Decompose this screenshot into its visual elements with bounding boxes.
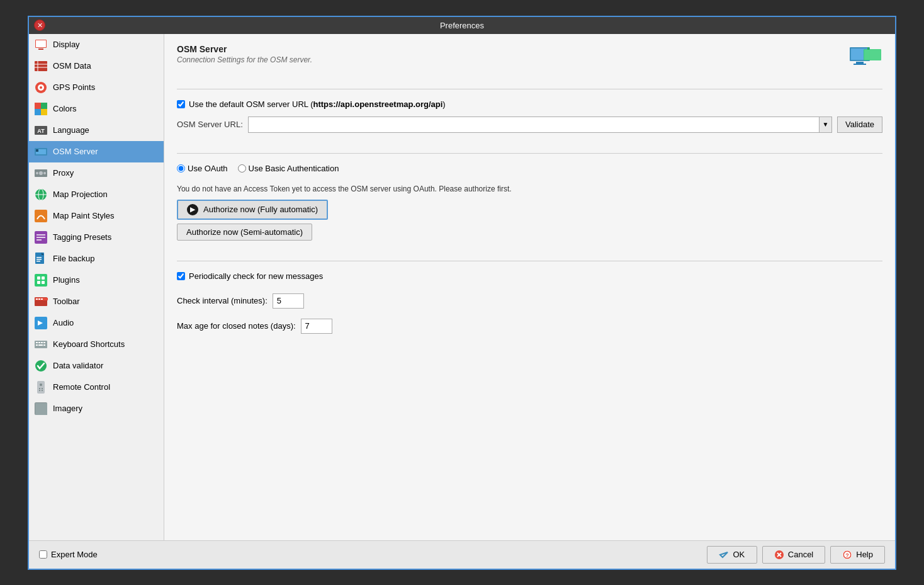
sidebar-item-proxy[interactable]: Proxy [29,162,164,184]
sidebar-item-map-projection[interactable]: Map Projection [29,184,164,205]
svg-rect-50 [38,342,40,343]
osm-server-icon [34,145,48,159]
sidebar-item-proxy-label: Proxy [53,168,74,178]
oauth-radio[interactable] [177,164,185,173]
map-projection-icon [34,188,48,202]
sidebar-item-osm-data[interactable]: OSM Data [29,55,164,77]
svg-point-9 [40,86,42,89]
sidebar-item-display[interactable]: Display [29,34,164,55]
plugins-icon [34,273,48,287]
svg-rect-49 [36,342,38,343]
remote-control-icon [34,380,48,394]
expert-mode-label: Expert Mode [51,550,98,559]
sidebar-item-language[interactable]: AT Language [29,120,164,141]
ok-button[interactable]: OK [707,546,757,564]
svg-rect-1 [38,48,43,50]
svg-rect-66 [35,409,41,415]
svg-rect-45 [41,298,43,300]
sidebar-item-file-backup[interactable]: File backup [29,248,164,270]
sidebar-item-imagery-label: Imagery [53,404,82,413]
sidebar-item-tagging-label: Tagging Presets [53,232,111,242]
panel-subtitle: Connection Settings for the OSM server. [177,55,312,64]
sidebar-item-remote-control[interactable]: Remote Control [29,377,164,398]
sidebar-item-gps-label: GPS Points [53,82,95,92]
sidebar-item-audio[interactable]: Audio [29,312,164,334]
sidebar-item-map-paint-styles[interactable]: Map Paint Styles [29,205,164,227]
auth-buttons-group: ▶ Authorize now (Fully automatic) Author… [177,200,882,241]
check-interval-input[interactable] [273,293,304,309]
svg-rect-64 [35,403,41,409]
sidebar-item-toolbar[interactable]: Toolbar [29,291,164,312]
sidebar-item-remote-label: Remote Control [53,382,110,392]
use-default-checkbox-row: Use the default OSM server URL (https://… [177,99,882,109]
use-default-checkbox[interactable] [177,100,185,108]
auth-radio-row: Use OAuth Use Basic Authentication [177,164,882,173]
svg-rect-12 [35,109,41,115]
url-dropdown-button[interactable]: ▼ [820,116,832,133]
svg-rect-61 [39,390,40,391]
osm-server-url-label: OSM Server URL: [177,120,243,129]
periodic-check-label: Periodically check for new messages [189,271,323,281]
sidebar-item-data-validator[interactable]: Data validator [29,355,164,377]
sidebar-item-keyboard-shortcuts[interactable]: Keyboard Shortcuts [29,334,164,355]
proxy-icon [34,166,48,180]
svg-marker-75 [720,552,728,557]
svg-rect-54 [38,344,43,346]
data-validator-icon [34,359,48,373]
osm-server-url-input[interactable] [248,116,820,133]
network-icon [850,44,882,71]
basic-auth-radio[interactable] [238,164,246,173]
svg-rect-57 [37,381,45,394]
sidebar-item-tagging-presets[interactable]: Tagging Presets [29,227,164,248]
oauth-label: Use OAuth [188,164,228,173]
oauth-info-text: You do not have an Access Token yet to a… [177,185,882,193]
sidebar-item-keyboard-label: Keyboard Shortcuts [53,339,125,349]
svg-point-58 [40,383,42,386]
sidebar-item-imagery[interactable]: Imagery [29,398,164,419]
expert-mode-checkbox[interactable] [39,550,47,559]
preferences-window: ✕ Preferences Display OSM Data [28,16,896,570]
tagging-icon [34,230,48,244]
oauth-radio-option: Use OAuth [177,164,228,173]
validate-button[interactable]: Validate [837,116,882,133]
keyboard-icon [34,338,48,351]
sidebar-item-osm-server[interactable]: OSM Server [29,141,164,162]
cancel-button[interactable]: Cancel [762,546,825,564]
default-url-text: https://api.openstreetmap.org/api [313,99,442,109]
svg-text:AT: AT [37,128,45,134]
sidebar-item-colors[interactable]: Colors [29,98,164,120]
svg-rect-62 [42,390,43,391]
display-icon [34,38,48,52]
svg-rect-71 [854,64,866,65]
svg-rect-59 [39,388,40,389]
svg-rect-3 [35,61,47,71]
use-default-label: Use the default OSM server URL (https://… [189,99,446,109]
max-age-input[interactable] [301,319,332,334]
svg-rect-73 [864,50,881,60]
basic-auth-radio-option: Use Basic Authentication [238,164,339,173]
svg-rect-10 [35,103,41,109]
osm-data-icon [34,59,48,73]
svg-rect-70 [856,62,864,64]
svg-rect-39 [37,281,40,284]
svg-rect-38 [42,276,45,280]
sidebar-item-plugins-label: Plugins [53,275,80,285]
svg-rect-33 [37,257,42,258]
svg-rect-18 [36,149,38,152]
svg-rect-51 [41,342,43,343]
sidebar-item-plugins[interactable]: Plugins [29,270,164,291]
authorize-full-button[interactable]: ▶ Authorize now (Fully automatic) [177,200,328,220]
periodic-check-checkbox[interactable] [177,272,185,280]
colors-icon [34,102,48,116]
sidebar-item-language-label: Language [53,125,89,135]
svg-rect-74 [867,47,869,50]
panel-title: OSM Server [177,44,312,54]
sidebar-item-map-projection-label: Map Projection [53,190,108,199]
close-button[interactable]: ✕ [34,20,45,31]
sidebar-item-gps-points[interactable]: GPS Points [29,77,164,98]
svg-rect-35 [37,261,40,262]
svg-rect-37 [37,276,40,280]
svg-rect-55 [43,344,45,346]
help-button[interactable]: ? Help [830,546,885,564]
authorize-semi-button[interactable]: Authorize now (Semi-automatic) [177,224,312,241]
